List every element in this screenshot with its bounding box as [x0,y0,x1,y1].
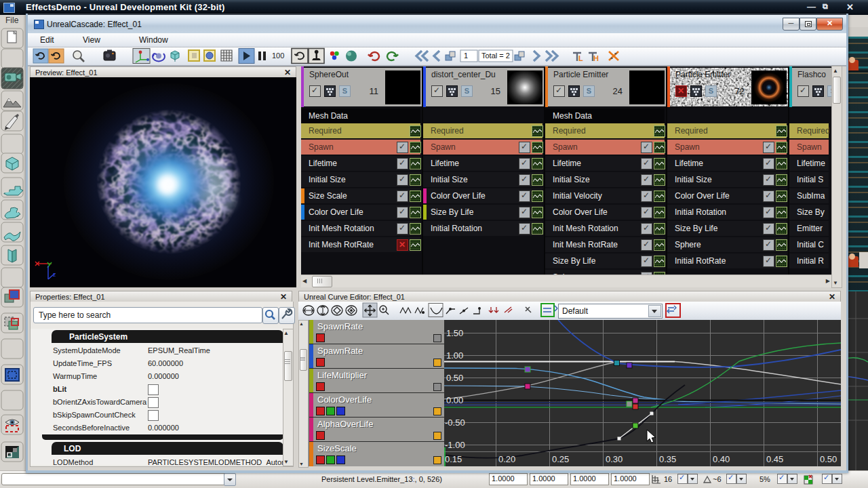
svg-text:1: 1 [464,52,468,60]
svg-text:z: z [53,271,56,278]
svg-text:0.50: 0.50 [446,373,463,383]
svg-text:L: L [578,54,583,62]
svg-text:0.00: 0.00 [446,395,463,405]
svg-text:0.20: 0.20 [498,454,515,464]
svg-text:100: 100 [272,52,284,60]
svg-text:0.40: 0.40 [713,454,730,464]
svg-text:0.25: 0.25 [552,454,569,464]
svg-text:1.00: 1.00 [446,350,463,361]
svg-text:0.45: 0.45 [766,454,783,464]
svg-text:-1.00: -1.00 [445,440,465,450]
svg-text:Total = 2: Total = 2 [481,52,510,60]
svg-text:-0.50: -0.50 [445,418,465,428]
svg-text:1.50: 1.50 [446,328,463,338]
svg-text:0.15: 0.15 [445,454,462,464]
svg-text:0.30: 0.30 [606,454,623,464]
svg-text:0.50: 0.50 [820,454,837,464]
svg-text:0.35: 0.35 [659,454,676,464]
svg-text:H: H [593,54,599,62]
